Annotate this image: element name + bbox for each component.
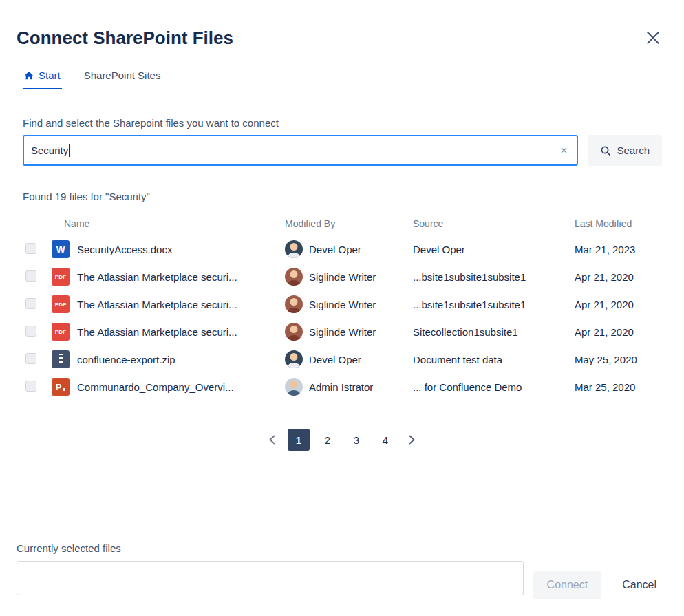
next-page-icon[interactable] [403, 432, 420, 447]
modified-by: Siglinde Writer [309, 326, 376, 338]
page-1[interactable]: 1 [288, 429, 310, 451]
table-row: PDF The Atlassian Marketplace securi... … [23, 318, 662, 346]
table-row: PDF The Atlassian Marketplace securi... … [23, 290, 662, 318]
file-name[interactable]: confluence-export.zip [77, 354, 175, 365]
search-input-value: Security [31, 145, 68, 156]
tab-start[interactable]: Start [23, 70, 62, 89]
file-name[interactable]: The Atlassian Marketplace securi... [77, 271, 237, 283]
modified-by: Devel Oper [309, 354, 361, 365]
source: Sitecollection1subsite1 [413, 326, 575, 338]
connect-button[interactable]: Connect [533, 571, 602, 599]
last-modified: Mar 25, 2020 [575, 381, 662, 393]
row-checkbox[interactable] [25, 326, 36, 337]
avatar [285, 323, 303, 341]
search-row: Security × Search [23, 135, 662, 166]
row-checkbox[interactable] [25, 353, 36, 364]
last-modified: May 25, 2020 [575, 354, 662, 365]
source: Devel Oper [413, 244, 575, 255]
results-table: Name Modified By Source Last Modified W … [23, 212, 662, 401]
avatar [285, 378, 303, 396]
modified-by: Siglinde Writer [309, 271, 376, 283]
ppt-file-icon: P [52, 378, 70, 396]
zip-file-icon [52, 350, 70, 368]
row-checkbox[interactable] [25, 270, 36, 282]
last-modified: Apr 21, 2020 [575, 299, 662, 310]
avatar [285, 295, 303, 313]
table-row: P Communardo_Company_Overvi... Admin Ist… [23, 373, 662, 401]
table-header: Name Modified By Source Last Modified [23, 212, 662, 235]
home-icon [24, 71, 34, 81]
tab-bar: Start SharePoint Sites [23, 66, 662, 89]
pdf-file-icon: PDF [52, 268, 70, 286]
tab-sharepoint-sites[interactable]: SharePoint Sites [83, 70, 162, 89]
text-caret [69, 144, 70, 157]
last-modified: Apr 21, 2020 [575, 271, 662, 283]
modified-by: Admin Istrator [309, 381, 373, 393]
page-title: Connect SharePoint Files [17, 26, 662, 50]
row-checkbox[interactable] [25, 298, 36, 309]
source: ...bsite1subsite1subsite1 [413, 271, 575, 283]
avatar [285, 240, 303, 258]
file-name[interactable]: The Atlassian Marketplace securi... [77, 326, 237, 338]
search-section-label: Find and select the Sharepoint files you… [23, 117, 662, 129]
dialog-header: Connect SharePoint Files [0, 0, 684, 50]
close-icon[interactable] [645, 30, 661, 45]
page-3[interactable]: 3 [345, 429, 367, 451]
pdf-file-icon: PDF [52, 323, 70, 341]
last-modified: Mar 21, 2023 [575, 244, 662, 255]
modified-by: Devel Oper [309, 244, 361, 255]
cancel-button[interactable]: Cancel [617, 571, 662, 599]
column-header-name: Name [52, 218, 285, 229]
avatar [285, 268, 303, 286]
column-header-last-modified: Last Modified [575, 218, 662, 229]
column-header-modified-by: Modified By [285, 218, 413, 229]
table-row: confluence-export.zip Devel Oper Documen… [23, 346, 662, 373]
selected-files-label: Currently selected files [17, 542, 662, 554]
search-input-wrap: Security × [23, 135, 578, 166]
pdf-file-icon: PDF [52, 295, 70, 313]
results-summary: Found 19 files for "Security" [23, 191, 662, 202]
search-input[interactable]: Security [23, 135, 578, 166]
search-button-label: Search [617, 145, 650, 156]
footer-row: Connect Cancel [17, 561, 662, 595]
prev-page-icon[interactable] [264, 432, 281, 447]
source: Document test data [413, 354, 575, 365]
page-4[interactable]: 4 [374, 429, 396, 451]
selected-files-box[interactable] [17, 561, 524, 595]
word-file-icon: W [52, 240, 70, 258]
row-checkbox[interactable] [25, 381, 36, 392]
table-row: PDF The Atlassian Marketplace securi... … [23, 263, 662, 290]
column-header-source: Source [413, 218, 575, 229]
file-name[interactable]: Communardo_Company_Overvi... [77, 381, 234, 393]
pagination: 1 2 3 4 [0, 429, 684, 451]
zip-pattern [59, 354, 63, 365]
row-checkbox[interactable] [25, 243, 36, 254]
connect-sharepoint-dialog: Connect SharePoint Files Start SharePoin… [0, 0, 684, 616]
clear-search-icon[interactable]: × [557, 135, 572, 166]
file-name[interactable]: SecurityAccess.docx [77, 244, 172, 255]
source: ... for Confluence Demo [413, 381, 575, 393]
search-icon [600, 145, 611, 156]
search-button[interactable]: Search [588, 135, 662, 166]
source: ...bsite1subsite1subsite1 [413, 299, 575, 310]
tab-start-label: Start [39, 70, 61, 81]
file-name[interactable]: The Atlassian Marketplace securi... [77, 299, 237, 310]
table-row: W SecurityAccess.docx Devel Oper Devel O… [23, 235, 662, 263]
tab-sharepoint-sites-label: SharePoint Sites [84, 70, 161, 81]
last-modified: Apr 21, 2020 [575, 326, 662, 338]
modified-by: Siglinde Writer [309, 299, 376, 310]
avatar [285, 350, 303, 368]
page-2[interactable]: 2 [317, 429, 339, 451]
